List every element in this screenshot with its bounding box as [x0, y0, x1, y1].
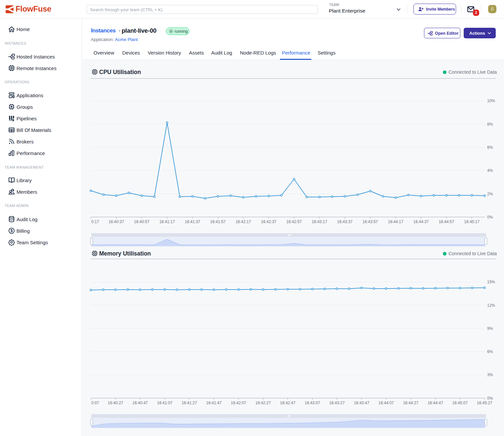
svg-text:16:44:27: 16:44:27 — [403, 401, 418, 405]
svg-text:16:44:47: 16:44:47 — [428, 401, 443, 405]
svg-text:16:45:27: 16:45:27 — [477, 401, 492, 405]
svg-text:16:43:57: 16:43:57 — [363, 219, 378, 224]
svg-text:2%: 2% — [487, 192, 493, 196]
svg-text:16:42:57: 16:42:57 — [286, 219, 302, 224]
svg-text:16:40:27: 16:40:27 — [108, 401, 123, 405]
svg-text:16:41:07: 16:41:07 — [157, 401, 173, 405]
svg-text:16:45:17: 16:45:17 — [464, 219, 480, 224]
svg-text:16:43:47: 16:43:47 — [354, 401, 369, 405]
svg-text:6%: 6% — [487, 349, 493, 354]
svg-text:0%: 0% — [487, 215, 493, 219]
svg-text:16:41:27: 16:41:27 — [181, 401, 197, 405]
svg-text:16:41:37: 16:41:37 — [185, 219, 200, 224]
svg-text:6%: 6% — [487, 145, 493, 150]
svg-text:16:40:57: 16:40:57 — [134, 219, 149, 224]
svg-text:16:44:17: 16:44:17 — [388, 219, 404, 224]
svg-text:16:43:27: 16:43:27 — [329, 401, 345, 405]
svg-text:16:45:07: 16:45:07 — [452, 401, 468, 405]
svg-text:16:42:07: 16:42:07 — [231, 401, 246, 405]
svg-text:3%: 3% — [487, 373, 493, 377]
svg-text:10%: 10% — [487, 99, 495, 103]
svg-text:16:43:07: 16:43:07 — [305, 401, 320, 405]
svg-text:16:42:37: 16:42:37 — [261, 219, 277, 224]
svg-text:12%: 12% — [487, 303, 495, 308]
svg-text:16:41:47: 16:41:47 — [206, 401, 222, 405]
svg-text:16:44:37: 16:44:37 — [413, 219, 429, 224]
svg-text:$: $ — [11, 228, 13, 233]
svg-text:15%: 15% — [487, 280, 495, 284]
svg-text:16:42:27: 16:42:27 — [255, 401, 271, 405]
svg-text:4%: 4% — [487, 168, 493, 173]
svg-text:16:42:17: 16:42:17 — [236, 219, 251, 224]
svg-text:16:41:17: 16:41:17 — [159, 219, 175, 224]
svg-text:16:44:57: 16:44:57 — [439, 219, 454, 224]
svg-text:16:40:37: 16:40:37 — [108, 219, 124, 224]
svg-text:0:07: 0:07 — [91, 401, 99, 405]
svg-text:16:42:47: 16:42:47 — [280, 401, 295, 405]
svg-text:0:17: 0:17 — [91, 219, 99, 224]
svg-text:16:44:07: 16:44:07 — [378, 401, 394, 405]
svg-text:16:43:17: 16:43:17 — [312, 219, 327, 224]
svg-text:16:40:47: 16:40:47 — [133, 401, 148, 405]
svg-text:16:41:57: 16:41:57 — [210, 219, 226, 224]
svg-text:0%: 0% — [487, 396, 493, 401]
svg-text:16:43:37: 16:43:37 — [337, 219, 353, 224]
svg-text:9%: 9% — [487, 326, 493, 331]
svg-text:8%: 8% — [487, 122, 493, 127]
